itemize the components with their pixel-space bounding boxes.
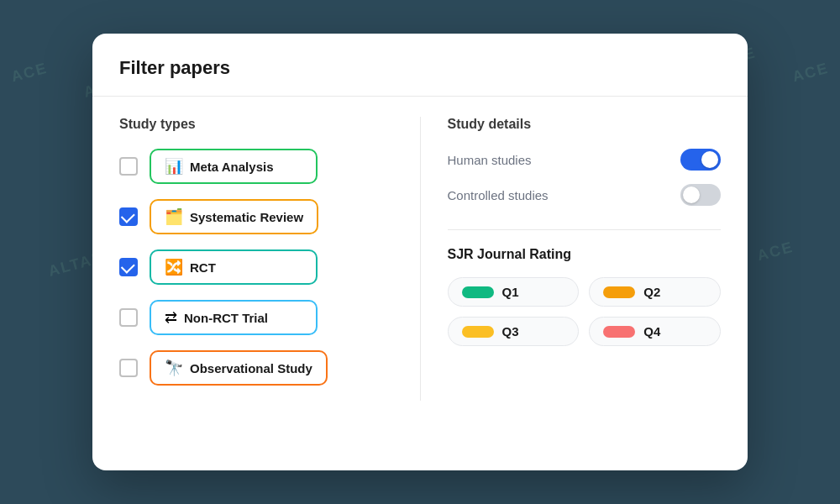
observational-icon: 🔭 [165, 359, 183, 377]
non-rct-label: Non-RCT Trial [184, 311, 268, 325]
study-item-non-rct: ⇄ Non-RCT Trial [119, 300, 393, 335]
badge-observational[interactable]: 🔭 Observational Study [150, 350, 328, 386]
human-studies-toggle[interactable] [680, 149, 721, 171]
q3-pill [462, 326, 494, 338]
study-details-title: Study details [448, 117, 722, 132]
q2-label: Q2 [643, 285, 660, 299]
study-item-rct: 🔀 RCT [119, 249, 393, 285]
controlled-studies-toggle[interactable] [680, 184, 721, 206]
q3-label: Q3 [502, 324, 519, 339]
section-divider [448, 229, 722, 230]
observational-label: Observational Study [190, 361, 312, 375]
q2-pill [603, 286, 635, 298]
sjr-item-q2[interactable]: Q2 [589, 277, 721, 307]
badge-systematic-review[interactable]: 🗂️ Systematic Review [150, 199, 318, 234]
sjr-section: SJR Journal Rating Q1 Q2 Q3 [448, 247, 722, 346]
q1-label: Q1 [502, 285, 519, 299]
badge-non-rct[interactable]: ⇄ Non-RCT Trial [150, 300, 318, 335]
human-studies-label: Human studies [448, 153, 532, 167]
left-column: Study types 📊 Meta Analysis 🗂️ Systemati… [119, 117, 420, 401]
study-details-section: Study details Human studies Controlled s… [448, 117, 722, 206]
study-types-title: Study types [119, 117, 393, 132]
sjr-item-q4[interactable]: Q4 [589, 317, 721, 346]
modal-header: Filter papers [92, 34, 748, 97]
checkbox-observational[interactable] [119, 359, 138, 377]
systematic-review-icon: 🗂️ [165, 207, 183, 226]
controlled-studies-label: Controlled studies [448, 188, 549, 202]
checkbox-non-rct[interactable] [119, 308, 138, 327]
sjr-grid: Q1 Q2 Q3 Q4 [448, 277, 722, 346]
checkbox-rct[interactable] [119, 258, 138, 276]
q4-pill [603, 326, 635, 338]
study-item-observational: 🔭 Observational Study [119, 350, 393, 386]
sjr-item-q1[interactable]: Q1 [448, 277, 580, 307]
checkbox-meta-analysis[interactable] [119, 157, 138, 176]
q1-pill [462, 286, 494, 298]
human-studies-toggle-knob [701, 151, 718, 168]
rct-icon: 🔀 [165, 258, 183, 276]
badge-meta-analysis[interactable]: 📊 Meta Analysis [150, 149, 318, 184]
meta-analysis-icon: 📊 [165, 157, 183, 176]
study-item-systematic-review: 🗂️ Systematic Review [119, 199, 393, 234]
badge-rct[interactable]: 🔀 RCT [150, 249, 318, 285]
study-item-meta-analysis: 📊 Meta Analysis [119, 149, 393, 184]
controlled-studies-toggle-knob [683, 186, 700, 203]
meta-analysis-label: Meta Analysis [190, 160, 274, 174]
sjr-item-q3[interactable]: Q3 [448, 317, 580, 346]
systematic-review-label: Systematic Review [190, 210, 303, 224]
checkbox-systematic-review[interactable] [119, 207, 138, 226]
modal-body: Study types 📊 Meta Analysis 🗂️ Systemati… [92, 97, 748, 421]
modal-title: Filter papers [119, 57, 721, 79]
rct-label: RCT [190, 260, 216, 275]
non-rct-icon: ⇄ [165, 308, 177, 327]
controlled-studies-row: Controlled studies [448, 184, 722, 206]
filter-modal: Filter papers Study types 📊 Meta Analysi… [92, 34, 748, 470]
sjr-title: SJR Journal Rating [448, 247, 722, 262]
human-studies-row: Human studies [448, 149, 722, 171]
q4-label: Q4 [643, 324, 660, 339]
right-column: Study details Human studies Controlled s… [420, 117, 722, 401]
